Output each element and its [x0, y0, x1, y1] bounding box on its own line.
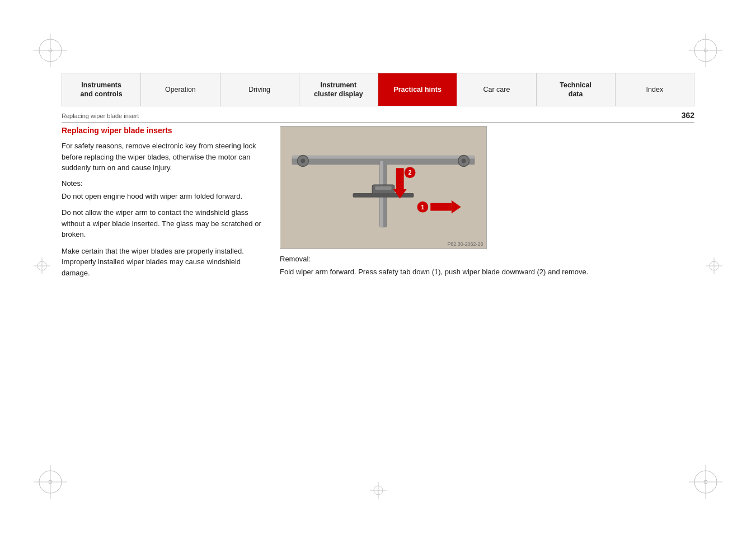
nav-item-driving[interactable]: Driving — [220, 73, 299, 106]
corner-tl — [34, 34, 67, 69]
page-number: 362 — [682, 111, 694, 120]
content-area: Replacing wiper blade inserts For safety… — [62, 120, 694, 489]
nav-item-instrument-cluster[interactable]: Instrument cluster display — [299, 73, 378, 106]
breadcrumb-text: Replacing wiper blade insert — [62, 113, 139, 119]
svg-point-45 — [300, 158, 305, 163]
svg-rect-53 — [430, 203, 452, 211]
note3: Make certain that the wiper blades are p… — [62, 246, 263, 279]
crosshair-right-mid — [706, 257, 722, 276]
svg-rect-52 — [353, 193, 414, 198]
removal-text: Fold wiper arm forward. Press safety tab… — [280, 266, 694, 278]
nav-item-instruments[interactable]: Instruments and controls — [62, 73, 141, 106]
svg-text:2: 2 — [408, 169, 412, 176]
section-title: Replacing wiper blade inserts — [62, 126, 263, 135]
crosshair-left-mid — [34, 257, 50, 276]
navigation-bar: Instruments and controls Operation Drivi… — [62, 73, 694, 106]
left-column: Replacing wiper blade inserts For safety… — [62, 120, 263, 489]
nav-item-index[interactable]: Index — [616, 73, 694, 106]
svg-rect-43 — [292, 156, 475, 159]
removal-label: Removal: — [280, 255, 694, 263]
svg-rect-57 — [396, 168, 404, 189]
note1: Do not open engine hood with wiper arm f… — [62, 191, 263, 202]
note2: Do not allow the wiper arm to contact th… — [62, 207, 263, 240]
nav-item-technical-data[interactable]: Technical data — [537, 73, 616, 106]
warning-text: For safety reasons, remove electronic ke… — [62, 140, 263, 174]
svg-text:P82.30-2062-26: P82.30-2062-26 — [447, 241, 483, 247]
corner-tr — [689, 34, 722, 69]
nav-item-operation[interactable]: Operation — [141, 73, 220, 106]
svg-rect-51 — [375, 186, 392, 190]
nav-item-practical-hints[interactable]: Practical hints — [378, 73, 457, 106]
notes-label: Notes: — [62, 179, 263, 188]
right-column: 1 2 P82.30-2062-26 Removal: Fold wiper a… — [280, 120, 694, 489]
svg-point-47 — [462, 158, 466, 163]
nav-item-car-care[interactable]: Car care — [457, 73, 536, 106]
svg-text:1: 1 — [421, 204, 424, 210]
wiper-image: 1 2 P82.30-2062-26 — [280, 126, 487, 249]
